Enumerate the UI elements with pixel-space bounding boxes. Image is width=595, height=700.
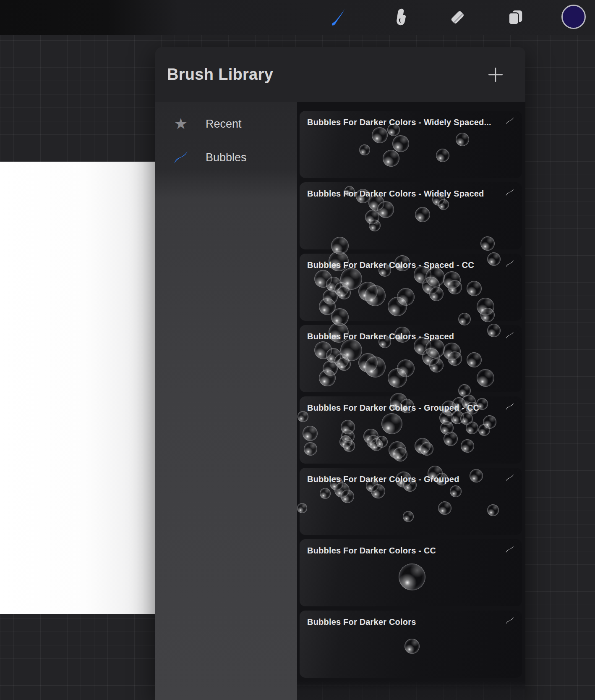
brush-stroke-icon <box>171 149 191 166</box>
bubble-sprite <box>448 280 462 294</box>
bubble-sprite <box>337 286 351 299</box>
sidebar-item-recent[interactable]: ★ Recent <box>155 107 297 141</box>
bubble-sprite <box>365 285 386 306</box>
layers-tool-button[interactable] <box>504 6 526 28</box>
brush-stroke-icon <box>504 616 515 626</box>
brush-name: Bubbles For Darker Colors - Spaced <box>307 332 499 341</box>
bubble-sprite <box>359 144 370 155</box>
brush-stroke-icon <box>504 259 515 269</box>
bubble-sprite <box>331 308 349 326</box>
bubble-sprite <box>371 484 385 498</box>
bubble-sprite <box>388 368 407 388</box>
plus-icon <box>487 66 504 84</box>
bubble-sprite <box>383 150 399 167</box>
bubble-sprite <box>341 490 354 503</box>
bubble-sprite <box>458 313 471 325</box>
bubble-sprite <box>399 564 425 590</box>
brush-card[interactable]: Bubbles For Darker Colors - CC <box>300 539 522 606</box>
brush-card[interactable]: Bubbles For Darker Colors - Spaced <box>300 325 522 392</box>
bubble-sprite <box>466 422 478 434</box>
bubble-sprite <box>377 201 394 218</box>
drawing-canvas[interactable] <box>0 162 155 614</box>
bubble-sprite <box>420 442 433 456</box>
sidebar-item-label: Bubbles <box>206 151 247 164</box>
bubble-sprite <box>450 485 462 497</box>
eraser-tool-button[interactable] <box>446 6 468 28</box>
paintbrush-icon <box>330 8 350 27</box>
brush-list: Bubbles For Darker Colors - Widely Space… <box>297 102 525 700</box>
bubble-sprite <box>376 436 388 448</box>
bubble-sprite <box>404 639 420 654</box>
brush-name: Bubbles For Darker Colors - Grouped <box>307 475 499 484</box>
brush-stroke-icon <box>504 544 515 554</box>
brush-stroke-icon <box>504 330 515 340</box>
bubble-sprite <box>438 501 451 515</box>
bubble-sprite <box>436 149 449 162</box>
bubble-sprite <box>438 199 449 210</box>
bubble-sprite <box>369 220 381 231</box>
star-icon: ★ <box>171 116 191 131</box>
bubble-sprite <box>480 308 495 322</box>
panel-title: Brush Library <box>167 66 273 84</box>
bubble-sprite <box>303 426 318 441</box>
bubble-sprite <box>388 297 407 316</box>
bubble-sprite <box>297 503 307 513</box>
bubble-sprite <box>337 357 351 371</box>
brush-card[interactable]: Bubbles For Darker Colors - Widely Space… <box>300 111 522 178</box>
bubble-sprite <box>429 287 444 301</box>
bubble-sprite <box>448 351 462 366</box>
bubble-sprite <box>444 432 458 446</box>
bubble-sprite <box>415 207 430 222</box>
sidebar-item-label: Recent <box>206 118 242 131</box>
bubble-sprite <box>304 442 317 456</box>
bubble-sprite <box>467 281 482 296</box>
brush-card[interactable]: Bubbles For Darker Colors - Grouped - CC <box>300 396 522 464</box>
bubble-sprite <box>429 358 444 372</box>
bubble-sprite <box>478 424 490 436</box>
bubble-sprite <box>319 370 336 386</box>
layers-icon <box>506 8 525 27</box>
bubble-sprite <box>393 447 407 461</box>
brush-name: Bubbles For Darker Colors - Grouped - CC <box>307 403 499 413</box>
brush-set-sidebar: ★ Recent Bubbles <box>155 102 297 700</box>
bubble-sprite <box>461 439 474 453</box>
brush-card[interactable]: Bubbles For Darker Colors <box>300 611 522 678</box>
bubble-sprite <box>480 236 495 251</box>
brush-library-panel: Brush Library ★ Recent Bubbles Bubbles F… <box>155 47 525 700</box>
brush-card[interactable]: Bubbles For Darker Colors - Grouped <box>300 468 522 535</box>
bubble-sprite <box>467 352 482 367</box>
add-brush-button[interactable] <box>486 65 505 84</box>
top-toolbar <box>0 0 595 35</box>
brush-stroke-icon <box>504 187 515 197</box>
active-color-swatch[interactable] <box>561 5 586 29</box>
panel-body: ★ Recent Bubbles Bubbles For Darker Colo… <box>155 102 525 700</box>
bubble-sprite <box>343 440 355 452</box>
bubble-sprite <box>477 369 494 387</box>
brush-name: Bubbles For Darker Colors - Widely Space… <box>307 189 499 199</box>
bubble-sprite <box>381 413 402 434</box>
bubble-sprite <box>331 237 349 254</box>
bubble-sprite <box>392 135 409 152</box>
eraser-icon <box>448 8 467 27</box>
brush-stroke-icon <box>504 401 515 412</box>
bubble-sprite <box>372 127 388 143</box>
bubble-sprite <box>365 357 386 378</box>
brush-stroke-icon <box>504 473 515 483</box>
bubble-sprite <box>487 504 499 516</box>
brush-name: Bubbles For Darker Colors - Widely Space… <box>307 118 499 127</box>
bubble-sprite <box>403 511 414 522</box>
bubble-sprite <box>320 488 331 499</box>
smudge-tool-button[interactable] <box>390 6 412 28</box>
bubble-sprite <box>456 133 469 146</box>
brush-name: Bubbles For Darker Colors - Spaced - CC <box>307 260 499 270</box>
sidebar-item-bubbles[interactable]: Bubbles <box>155 141 297 174</box>
brush-stroke-icon <box>504 116 515 126</box>
smudge-finger-icon <box>391 8 410 27</box>
panel-header: Brush Library <box>155 47 525 102</box>
brush-name: Bubbles For Darker Colors <box>307 617 499 627</box>
app-root: Brush Library ★ Recent Bubbles Bubbles F… <box>0 0 595 700</box>
brush-name: Bubbles For Darker Colors - CC <box>307 546 499 556</box>
brush-tool-button[interactable] <box>329 6 351 28</box>
